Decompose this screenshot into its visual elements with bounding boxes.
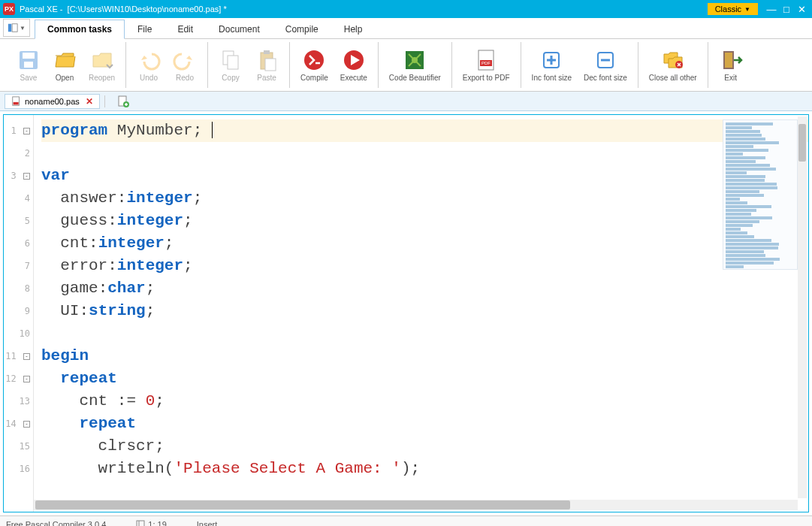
svg-rect-23	[14, 101, 19, 104]
scroll-thumb[interactable]	[798, 124, 806, 162]
menu-tab-compile[interactable]: Compile	[273, 20, 331, 39]
redo-button: Redo	[167, 47, 203, 83]
close-folders-icon	[661, 48, 685, 72]
svg-point-13	[412, 57, 418, 63]
line-number: 7	[4, 255, 33, 277]
fold-toggle[interactable]: -	[23, 173, 30, 180]
fold-toggle[interactable]: -	[23, 376, 30, 382]
file-tab-name: noname00.pas	[25, 97, 80, 106]
fold-toggle[interactable]: -	[23, 128, 30, 135]
code-line[interactable]: repeat	[41, 367, 808, 390]
menu-tab-common-tasks[interactable]: Common tasks	[35, 20, 125, 39]
toolbar-group: CopyPaste	[207, 42, 289, 88]
line-number: 1 -	[4, 119, 33, 142]
toolbar-group: Close all other	[638, 42, 708, 88]
cursor-pos-icon	[136, 520, 145, 527]
paste-icon	[255, 48, 279, 72]
paste-button: Paste	[249, 47, 285, 83]
svg-rect-6	[228, 56, 238, 69]
code-line[interactable]: clrscr;	[41, 435, 808, 458]
file-tab[interactable]: noname00.pas✕	[5, 94, 100, 109]
toolbar-label: Close all other	[649, 74, 697, 82]
redo-icon	[173, 48, 197, 72]
horizontal-scrollbar[interactable]	[34, 500, 798, 510]
plus-icon	[539, 48, 563, 72]
toolbar-group: CompileExecute	[289, 42, 378, 88]
toolbar-label: Dec font size	[584, 74, 627, 82]
line-number: 6	[4, 232, 33, 255]
fold-toggle[interactable]: -	[23, 421, 30, 428]
vertical-scrollbar[interactable]	[798, 116, 807, 498]
menu-tab-help[interactable]: Help	[331, 20, 376, 39]
line-gutter: 1 -23 -4567891011 -12 -1314 -1516	[4, 115, 34, 512]
export-pdf-button[interactable]: PDFExport to PDF	[457, 47, 516, 83]
close-tab-icon[interactable]: ✕	[86, 96, 93, 107]
separator	[104, 95, 105, 107]
code-line[interactable]: error:integer;	[41, 255, 808, 277]
line-number: 4	[4, 187, 33, 210]
code-line[interactable]: guess:integer;	[41, 210, 808, 232]
scroll-thumb[interactable]	[35, 500, 570, 509]
toolbar-label: Inc font size	[532, 74, 572, 82]
toolbar-group: Code Beautifier	[378, 42, 451, 88]
line-number: 2	[4, 142, 33, 165]
copy-button: Copy	[213, 47, 249, 83]
minimize-button[interactable]: —	[764, 2, 779, 17]
svg-rect-3	[23, 53, 35, 59]
toolbar-label: Reopen	[89, 74, 115, 82]
code-line[interactable]: cnt := 0;	[41, 390, 808, 413]
menu-tab-file[interactable]: File	[125, 20, 165, 39]
pdf-icon: PDF	[474, 48, 498, 72]
fold-toggle[interactable]: -	[23, 353, 30, 360]
line-number: 9	[4, 300, 33, 322]
close-all-other-button[interactable]: Close all other	[643, 47, 703, 83]
svg-rect-21	[725, 53, 732, 68]
compile-button[interactable]: Compile	[294, 47, 334, 83]
maximize-button[interactable]: □	[779, 2, 794, 17]
code-line[interactable]: repeat	[41, 413, 808, 435]
new-file-icon[interactable]	[117, 95, 129, 107]
status-mode: Insert	[197, 520, 218, 527]
menu-tab-document[interactable]: Document	[206, 20, 273, 39]
svg-text:PDF: PDF	[481, 61, 491, 65]
code-editor[interactable]: program MyNumber; var answer:integer; gu…	[34, 115, 808, 512]
text-caret	[212, 122, 213, 138]
panel-icon	[8, 23, 18, 33]
menu-tab-edit[interactable]: Edit	[165, 20, 206, 39]
line-number: 16	[4, 458, 33, 480]
view-mode-button[interactable]: ▼	[3, 19, 30, 37]
close-button[interactable]: ✕	[794, 2, 809, 17]
code-line[interactable]: writeln('Please Select A Game: ');	[41, 458, 808, 480]
ribbon-toolbar: SaveOpenReopenUndoRedoCopyPasteCompileEx…	[0, 39, 812, 92]
execute-button[interactable]: Execute	[334, 47, 373, 83]
code-line[interactable]	[41, 142, 808, 165]
theme-classic-button[interactable]: Classic	[708, 3, 758, 15]
dec-font-button[interactable]: Dec font size	[578, 47, 633, 83]
code-line[interactable]: cnt:integer;	[41, 232, 808, 255]
inc-font-button[interactable]: Inc font size	[526, 47, 578, 83]
code-beautifier-button[interactable]: Code Beautifier	[383, 47, 447, 83]
minimap[interactable]	[723, 119, 798, 270]
svg-rect-9	[265, 59, 276, 71]
code-line[interactable]	[41, 322, 808, 345]
code-line[interactable]: program MyNumber;	[41, 119, 808, 142]
code-line[interactable]: var	[41, 165, 808, 187]
code-line[interactable]: game:char;	[41, 277, 808, 300]
save-icon	[17, 48, 41, 72]
pascal-file-icon	[11, 96, 22, 107]
code-line[interactable]: begin	[41, 345, 808, 367]
undo-button: Undo	[131, 47, 167, 83]
toolbar-group: UndoRedo	[125, 42, 207, 88]
toolbar-label: Exit	[724, 74, 737, 82]
svg-rect-1	[12, 24, 17, 32]
exit-button[interactable]: Exit	[713, 47, 749, 83]
code-line[interactable]: answer:integer;	[41, 187, 808, 210]
line-number: 12 -	[4, 367, 33, 390]
toolbar-label: Execute	[340, 74, 367, 82]
toolbar-label: Export to PDF	[463, 74, 510, 82]
status-compiler: Free Pascal Compiler 3.0.4	[6, 520, 106, 527]
toolbar-label: Undo	[140, 74, 158, 82]
code-line[interactable]: UI:string;	[41, 300, 808, 322]
line-number: 11 -	[4, 345, 33, 367]
open-button[interactable]: Open	[47, 47, 83, 83]
